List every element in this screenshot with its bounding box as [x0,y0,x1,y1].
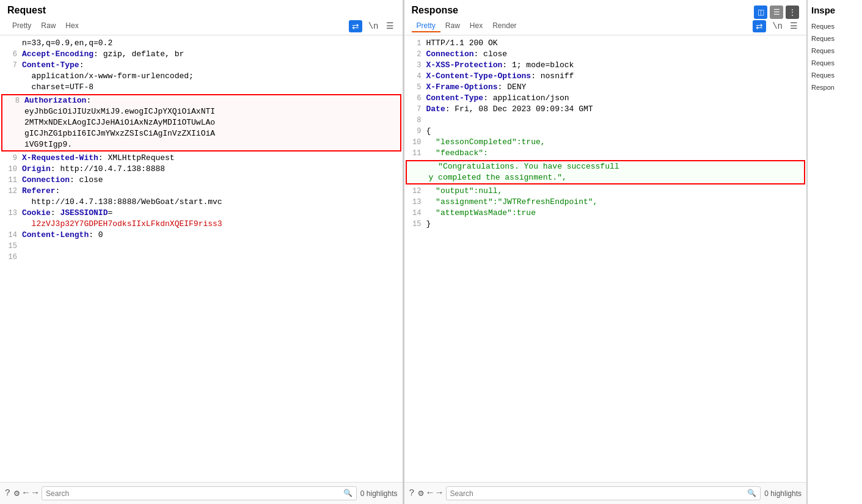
response-search-input[interactable] [450,489,748,498]
search-magnifier-request: 🔍 [343,489,352,498]
request-title: Request [7,5,395,16]
inspector-item-5[interactable]: Respon [811,82,858,92]
request-line-8b: eyJhbGciOiJIUzUxMiJ9.ewogICJpYXQiOiAxNTI [2,106,400,117]
inspector-item-3[interactable]: Reques [811,58,858,68]
authorization-highlight-box: 8 Authorization: eyJhbGciOiJIUzUxMiJ9.ew… [1,94,401,152]
request-line-8c: 2MTMxNDExLAogICJJeHAiOiAxNzAyMDI1OTUwLAo [2,117,400,128]
response-line-11: 11 "feedback": [404,148,807,159]
top-buttons: ◫ ☰ ⋮ [754,5,799,19]
tab-hex-request[interactable]: Hex [60,20,83,32]
response-feedback-line2: y completed the assignment.", [407,172,805,183]
inspector-item-1[interactable]: Reques [811,34,858,43]
response-tab-bar: Pretty Raw Hex Render ⇄ \n ☰ [412,20,800,32]
back-icon-response[interactable]: ← [428,488,433,499]
help-icon-response[interactable]: ? [409,488,415,499]
response-line-5: 5 X-Frame-Options: DENY [404,82,807,93]
split-view-icon[interactable]: ◫ [754,5,767,19]
request-line-7b: application/x-www-form-urlencoded; [0,71,403,82]
request-line-8d: gICJhZG1pbiI6ICJmYWxzZSIsCiAgInVzZXIiOiA [2,128,400,139]
inspector-item-0[interactable]: Reques [811,21,858,31]
request-line-15: 15 [0,241,403,252]
feedback-highlight-box: "Congratulations. You have successfull y… [406,160,806,184]
request-line-12: 12 Referer: [0,186,403,197]
response-header: Response ◫ ☰ ⋮ Pretty Raw Hex Render ⇄ \… [404,0,807,35]
request-line-7c: charset=UTF-8 [0,82,403,93]
response-title: Response [412,5,458,16]
request-panel: Request Pretty Raw Hex ⇄ \n ☰ n=33,q=0.9… [0,0,403,504]
response-line-3: 3 X-XSS-Protection: 1; mode=block [404,60,807,71]
request-line-6: 6 Accept-Encoding: gzip, deflate, br [0,49,403,60]
response-line-7: 7 Date: Fri, 08 Dec 2023 09:09:34 GMT [404,104,807,115]
newline-icon-response[interactable]: \n [771,20,784,32]
menu-icon-response[interactable]: ☰ [789,20,799,32]
response-line-4: 4 X-Content-Type-Options: nosniff [404,71,807,82]
menu-icon-request[interactable]: ☰ [385,20,395,32]
settings-icon-response[interactable]: ⚙ [418,488,424,499]
request-line-13: 13 Cookie: JSESSIONID= [0,208,403,219]
request-line-top: n=33,q=0.9,en,q=0.2 [0,38,403,49]
back-icon-request[interactable]: ← [23,488,29,499]
inspector-item-2[interactable]: Reques [811,46,858,56]
request-highlights: 0 highlights [360,489,398,498]
list-view-icon[interactable]: ☰ [770,5,783,19]
tab-raw-request[interactable]: Raw [36,20,60,32]
inspector-title: Inspe [811,5,858,15]
request-line-13b: l2zVJ3p32Y7GDPEH7odksIIxLFkdnXQEIF9riss3 [0,219,403,230]
response-line-14: 14 "attemptWasMade":true [404,208,807,219]
request-tab-icons: ⇄ \n ☰ [349,20,395,32]
forward-icon-response[interactable]: → [437,488,442,499]
inspector-sidebar: Inspe Reques Reques Reques Reques Reques… [807,0,862,504]
request-content: n=33,q=0.9,en,q=0.2 6 Accept-Encoding: g… [0,35,403,482]
response-line-13: 13 "assignment":"JWTRefreshEndpoint", [404,197,807,208]
tab-pretty-response[interactable]: Pretty [412,20,440,32]
response-panel: Response ◫ ☰ ⋮ Pretty Raw Hex Render ⇄ \… [404,0,808,504]
response-line-2: 2 Connection: close [404,49,807,60]
request-line-9: 9 X-Requested-With: XMLHttpRequest [0,153,403,164]
forward-icon-request[interactable]: → [32,488,38,499]
response-search-box[interactable]: 🔍 [446,486,761,500]
request-line-8: 8 Authorization: [2,95,400,106]
tab-raw-response[interactable]: Raw [440,20,465,32]
request-line-12b: http://10.4.7.138:8888/WebGoat/start.mvc [0,197,403,208]
response-line-8: 8 [404,115,807,126]
response-tab-icons: ⇄ \n ☰ [753,20,799,32]
inspector-item-4[interactable]: Reques [811,70,858,80]
request-line-11: 11 Connection: close [0,175,403,186]
request-tab-bar: Pretty Raw Hex ⇄ \n ☰ [7,20,395,32]
tab-render-response[interactable]: Render [488,20,521,32]
request-header: Request Pretty Raw Hex ⇄ \n ☰ [0,0,403,35]
response-feedback-line1: "Congratulations. You have successfull [407,161,805,172]
response-highlights: 0 highlights [764,489,802,498]
response-line-9: 9 { [404,126,807,137]
response-footer: ? ⚙ ← → 🔍 0 highlights [404,482,807,504]
wrap-icon-response[interactable]: ⇄ [753,20,766,32]
request-line-10: 10 Origin: http://10.4.7.138:8888 [0,164,403,175]
request-line-16: 16 [0,252,403,263]
request-line-8e: iVG9tIgp9. [2,139,400,150]
search-magnifier-response: 🔍 [747,489,756,498]
response-line-15: 15 } [404,219,807,230]
response-line-6: 6 Content-Type: application/json [404,93,807,104]
request-search-input[interactable] [46,489,343,498]
request-line-7: 7 Content-Type: [0,60,403,71]
help-icon-request[interactable]: ? [5,488,10,499]
settings-top-icon[interactable]: ⋮ [786,5,799,19]
tab-pretty-request[interactable]: Pretty [7,20,36,32]
response-content: 1 HTTP/1.1 200 OK 2 Connection: close 3 … [404,35,807,482]
wrap-icon-request[interactable]: ⇄ [349,20,362,32]
response-line-12: 12 "output":null, [404,186,807,197]
request-line-14: 14 Content-Length: 0 [0,230,403,241]
response-line-1: 1 HTTP/1.1 200 OK [404,38,807,49]
request-footer: ? ⚙ ← → 🔍 0 highlights [0,482,403,504]
tab-hex-response[interactable]: Hex [465,20,488,32]
response-line-10: 10 "lessonCompleted":true, [404,137,807,148]
settings-icon-request[interactable]: ⚙ [14,488,20,499]
request-search-box[interactable]: 🔍 [42,486,357,500]
newline-icon-request[interactable]: \n [367,20,380,32]
